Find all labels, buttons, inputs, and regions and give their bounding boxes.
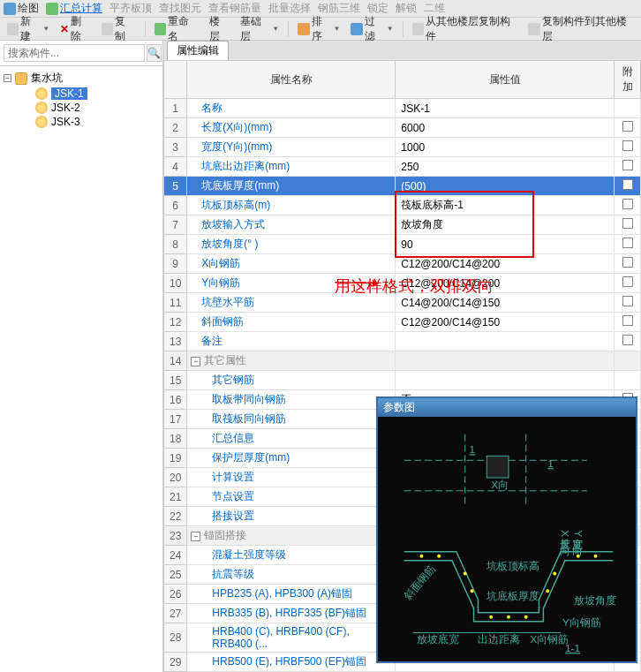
chevron-down-icon: ▼ [387, 25, 394, 33]
property-row[interactable]: 3宽度(Y向)(mm)1000 [164, 138, 641, 157]
svg-point-18 [553, 571, 556, 575]
attach-checkbox[interactable] [622, 296, 633, 306]
property-row[interactable]: 7放坡输入方式放坡角度 [164, 215, 641, 235]
row-number: 5 [164, 177, 187, 196]
tree-item-jsk1[interactable]: JSK-1 [35, 87, 159, 101]
property-value[interactable]: JSK-1 [396, 99, 615, 118]
attach-checkbox[interactable] [622, 218, 633, 229]
search-input[interactable] [4, 44, 145, 62]
svg-text:1-1: 1-1 [565, 642, 580, 654]
property-value[interactable] [396, 351, 615, 371]
attach-checkbox[interactable] [622, 160, 633, 170]
property-value[interactable]: 6000 [396, 118, 615, 138]
attach-cell [615, 118, 641, 138]
svg-text:坑底板厚度: 坑底板厚度 [486, 590, 539, 602]
row-number: 17 [164, 410, 187, 429]
property-row[interactable]: 5坑底板厚度(mm)(500) [164, 177, 641, 196]
search-icon: 🔍 [147, 47, 161, 59]
search-button[interactable]: 🔍 [147, 44, 162, 62]
sort-icon [298, 23, 309, 35]
row-number: 20 [164, 468, 187, 487]
property-name: 取筏板同向钢筋 [187, 410, 396, 429]
row-number: 28 [164, 623, 187, 653]
svg-point-13 [471, 589, 474, 593]
property-name: 长度(X向)(mm) [187, 118, 396, 138]
property-row[interactable]: 2长度(X向)(mm)6000 [164, 118, 641, 138]
diagram-content: 1 1 X向 坑板顶标高 坑底板厚度 [378, 417, 636, 662]
property-row[interactable]: 12斜面钢筋C12@200/C14@150 [164, 313, 641, 332]
property-row[interactable]: 15其它钢筋 [164, 371, 641, 390]
property-row[interactable]: 9X向钢筋C12@200/C14@200 [164, 254, 641, 274]
row-number: 15 [164, 371, 187, 390]
property-value[interactable]: 放坡角度 [396, 215, 615, 235]
header-attach: 附加 [615, 61, 641, 99]
property-name: 宽度(Y向)(mm) [187, 138, 396, 157]
tree-item-jsk2[interactable]: JSK-2 [35, 101, 159, 115]
svg-point-16 [524, 615, 528, 619]
attach-cell [615, 196, 641, 215]
property-name: 搭接设置 [187, 507, 396, 526]
header-num [164, 61, 187, 99]
property-value[interactable]: C12@200/C14@200 [396, 274, 615, 293]
property-name: 保护层厚度(mm) [187, 449, 396, 468]
row-number: 29 [164, 653, 187, 672]
collapse-icon[interactable]: − [191, 532, 200, 541]
property-row[interactable]: 13备注 [164, 332, 641, 351]
tree-root[interactable]: − 集水坑 [4, 70, 159, 87]
property-name: −锚固搭接 [187, 526, 396, 546]
property-value[interactable]: C12@200/C14@200 [396, 254, 615, 274]
copy-from-icon [412, 23, 425, 35]
attach-checkbox[interactable] [622, 179, 633, 190]
attach-cell [615, 215, 641, 235]
attach-cell [615, 138, 641, 157]
attach-cell [615, 99, 641, 118]
attach-checkbox[interactable] [622, 315, 633, 326]
attach-cell [615, 235, 641, 254]
property-row[interactable]: 10Y向钢筋C12@200/C14@200 [164, 274, 641, 293]
property-row[interactable]: 1名称JSK-1 [164, 99, 641, 118]
property-value[interactable]: 1000 [396, 138, 615, 157]
svg-rect-6 [486, 456, 509, 478]
attach-checkbox[interactable] [622, 257, 633, 268]
property-value[interactable]: C12@200/C14@150 [396, 313, 615, 332]
attach-checkbox[interactable] [622, 335, 633, 345]
property-value[interactable]: 90 [396, 235, 615, 254]
row-number: 4 [164, 157, 187, 177]
property-value[interactable]: 筏板底标高-1 [396, 196, 615, 215]
property-value[interactable] [396, 332, 615, 351]
property-value[interactable] [396, 371, 615, 390]
attach-cell [615, 254, 641, 274]
attach-cell [615, 293, 641, 313]
tab-property-edit[interactable]: 属性编辑 [167, 41, 229, 60]
property-name: 放坡角度(° ) [187, 235, 396, 254]
attach-checkbox[interactable] [622, 276, 633, 287]
svg-point-14 [489, 615, 493, 619]
property-row[interactable]: 6坑板顶标高(m)筏板底标高-1 [164, 196, 641, 215]
property-name: 节点设置 [187, 487, 396, 507]
property-row[interactable]: 14−其它属性 [164, 351, 641, 371]
property-row[interactable]: 4坑底出边距离(mm)250 [164, 157, 641, 177]
attach-checkbox[interactable] [622, 140, 633, 151]
row-number: 13 [164, 332, 187, 351]
property-row[interactable]: 11坑壁水平筋C14@200/C14@150 [164, 293, 641, 313]
attach-checkbox[interactable] [622, 199, 633, 209]
property-value[interactable]: 250 [396, 157, 615, 177]
folder-icon [15, 72, 27, 85]
property-name: HRB400 (C), HRBF400 (CF), RRB400 (... [187, 623, 396, 653]
tree-item-jsk3[interactable]: JSK-3 [35, 115, 159, 129]
chevron-down-icon: ▼ [272, 25, 279, 33]
svg-text:斜面钢筋: 斜面钢筋 [402, 563, 439, 603]
diagram-window[interactable]: 参数图 1 1 X向 [376, 396, 637, 663]
attach-checkbox[interactable] [622, 121, 633, 132]
collapse-icon[interactable]: − [4, 74, 11, 82]
row-number: 21 [164, 487, 187, 507]
property-row[interactable]: 8放坡角度(° )90 [164, 235, 641, 254]
property-value[interactable]: (500) [396, 177, 615, 196]
attach-checkbox[interactable] [622, 238, 633, 248]
attach-cell [615, 332, 641, 351]
component-icon [35, 116, 48, 128]
right-panel: 属性编辑 属性名称 属性值 附加 1名称JSK-12长度(X向)(mm)6000… [163, 41, 641, 672]
collapse-icon[interactable]: − [191, 357, 200, 366]
property-value[interactable]: C14@200/C14@150 [396, 293, 615, 313]
row-number: 16 [164, 390, 187, 410]
